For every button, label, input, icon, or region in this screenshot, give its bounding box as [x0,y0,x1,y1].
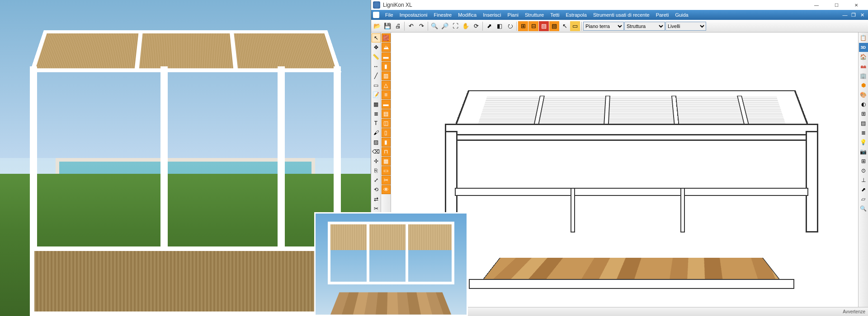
light-button[interactable]: 💡 [859,138,868,147]
mdi-restore[interactable]: ❐ [849,12,858,18]
mdi-close[interactable]: ✕ [858,12,866,18]
view-type-select[interactable]: Struttura [624,22,665,31]
menu-tetti[interactable]: Tetti [547,12,562,18]
mdi-minimize[interactable]: — [841,12,849,18]
pan-tool[interactable]: ✥ [372,43,381,52]
scale-tool[interactable]: ⤢ [372,176,381,185]
pointer-tool[interactable]: ↖ [372,33,381,42]
menu-strumenti-recenti[interactable]: Strumenti usati di recente [590,12,653,18]
menu-impostazioni[interactable]: Impostazioni [396,12,431,18]
material-button[interactable]: ▤ [859,119,868,128]
trim-tool[interactable]: ✂ [372,204,381,213]
zoom-in-button[interactable]: 🔍 [429,21,439,31]
zoom-out-button[interactable]: 🔎 [440,21,450,31]
redo-button[interactable]: ↷ [416,21,426,31]
save-button[interactable]: 💾 [382,21,392,31]
window-close-button[interactable]: ✕ [846,0,866,10]
building-button-4[interactable]: ⬢ [859,81,868,90]
axis-toggle[interactable]: ⬈ [859,185,868,194]
building-button-2[interactable]: 🏘 [859,62,868,71]
building-button-1[interactable]: 🏠 [859,52,868,61]
rotate-tool[interactable]: ⟲ [372,185,381,194]
snap-angle-button[interactable]: ▨ [539,21,549,31]
grid-tool[interactable]: ▦ [372,100,381,109]
rect-tool[interactable]: ▭ [372,81,381,90]
menu-piani[interactable]: Piani [505,12,522,18]
snap-toggle[interactable]: ⊙ [859,166,868,175]
post-tool[interactable]: ▮ [382,62,391,71]
open-button[interactable]: 📂 [372,21,382,31]
snap-mid-button[interactable]: ▧ [549,21,559,31]
menu-file[interactable]: File [382,12,396,18]
menu-pareti[interactable]: Pareti [653,12,672,18]
model-post-front-right [806,131,818,232]
shade-button[interactable]: ◐ [859,100,868,109]
door-tool[interactable]: ▯ [382,128,391,137]
cube-button[interactable]: ◧ [495,21,505,31]
level-select[interactable]: Livelli [665,22,706,31]
layers-button[interactable]: ≣ [859,128,868,137]
menu-estrapola[interactable]: Estrapola [562,12,590,18]
wireframe-button[interactable]: ⊞ [859,109,868,118]
menu-strutture[interactable]: Strutture [522,12,547,18]
dimension-tool[interactable]: ↔ [372,62,381,71]
menu-inserisci[interactable]: Inserisci [480,12,504,18]
slab-tool[interactable]: ▬ [382,100,391,109]
rotate3d-button[interactable]: ⭮ [505,21,515,31]
foundation-tool[interactable]: ▭ [382,166,391,175]
main-toolbar: 📂 💾 🖨 ↶ ↷ 🔍 🔎 ⛶ ✋ ⟳ ⬈ ◧ ⭮ ⊞ ⊟ ▨ ▧ ↖ ▭ Pi… [371,20,868,33]
plane-toggle[interactable]: ▱ [859,195,868,204]
text-tool[interactable]: T [372,119,381,128]
building-button-3[interactable]: 🏢 [859,71,868,80]
move-tool[interactable]: ✢ [372,157,381,166]
pan-button[interactable]: ✋ [461,21,471,31]
toolbar-sep [428,22,428,31]
axis-button[interactable]: ⬈ [484,21,494,31]
snap-grid-button[interactable]: ⊞ [518,21,528,31]
column-tool[interactable]: ▮ [382,138,391,147]
grid-toggle[interactable]: ⊞ [859,157,868,166]
print-button[interactable]: 🖨 [393,21,403,31]
copy-tool[interactable]: ⎘ [372,166,381,175]
section-tool[interactable]: ✂ [382,176,391,185]
zoom-fit-button[interactable]: ⛶ [450,21,460,31]
properties-button[interactable]: 📋 [859,33,868,42]
menu-finestre[interactable]: Finestre [431,12,455,18]
refresh-button[interactable]: ⟳ [471,21,481,31]
note-tool[interactable]: 📝 [372,90,381,99]
window-maximize-button[interactable]: ☐ [826,0,846,10]
joist-tool[interactable]: ≡ [382,90,391,99]
view-3d-button[interactable]: 3D [859,43,868,52]
pick-button[interactable]: ↖ [560,21,570,31]
snap-object-button[interactable]: ⊟ [528,21,538,31]
deck-tool[interactable]: ▦ [382,157,391,166]
menu-modifica[interactable]: Modifica [455,12,480,18]
layer-tool[interactable]: ≣ [372,109,381,118]
panel-tool[interactable]: ▥ [382,71,391,80]
beam-tool[interactable]: ▬ [382,52,391,61]
window-tool[interactable]: ◫ [382,119,391,128]
line-tool[interactable]: ╱ [372,71,381,80]
window-minimize-button[interactable]: — [807,0,826,10]
stair-tool[interactable]: ▤ [382,109,391,118]
hatch-tool[interactable]: ▨ [372,138,381,147]
measure-tool[interactable]: 📏 [372,52,381,61]
menu-guida[interactable]: Guida [672,12,691,18]
floor-select[interactable]: Piano terra [583,22,624,31]
rail-tool[interactable]: ⊓ [382,147,391,156]
truss-tool[interactable]: △ [382,81,391,90]
ortho-toggle[interactable]: ⊥ [859,176,868,185]
menubar-app-icon[interactable] [373,12,379,18]
camera-button[interactable]: 📷 [859,147,868,156]
paint-tool[interactable]: 🖌 [372,128,381,137]
zoom-button[interactable]: 🔍 [859,204,868,213]
view-tool[interactable]: 👁 [382,185,391,194]
box-select-button[interactable]: ▭ [570,21,580,31]
wall-tool[interactable]: 🧱 [382,33,391,42]
render-button[interactable]: 🎨 [859,90,868,99]
erase-tool[interactable]: ⌫ [372,147,381,156]
mirror-tool[interactable]: ⇄ [372,195,381,204]
roof-tool[interactable]: ⛰ [382,43,391,52]
undo-button[interactable]: ↶ [406,21,416,31]
status-hint: Avvertenze [843,309,865,314]
